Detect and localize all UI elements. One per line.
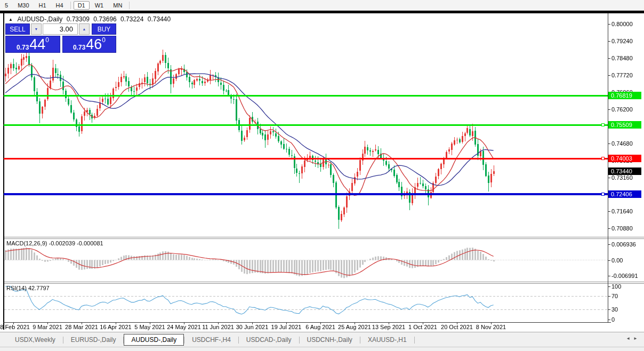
date-label: 13 Sep 2021 [372, 324, 405, 330]
open-value: 0.73309 [67, 15, 90, 23]
buy-price-box[interactable]: 0.73 46 0 [62, 36, 116, 53]
date-label: 25 Aug 2021 [338, 324, 371, 330]
date-label: 16 Apr 2021 [100, 324, 131, 330]
tab-separator [414, 337, 415, 344]
macd-axis-label: 0.006936 [611, 241, 636, 248]
date-label: 24 May 2021 [167, 324, 201, 330]
sell-price-prefix: 0.73 [17, 44, 29, 51]
buy-price-point: 0 [102, 37, 106, 43]
chart-tab-xauusd-[interactable]: XAUUSD-,H1 [360, 334, 414, 346]
low-value: 0.73224 [120, 15, 143, 23]
date-label: 18 Feb 2021 [0, 324, 30, 330]
price-badge: 0.72406 [608, 190, 641, 198]
date-label: 30 Jun 2021 [236, 324, 269, 330]
volume-input[interactable]: 3.00 [43, 23, 78, 35]
price-tick: 0.78480 [611, 55, 633, 61]
sell-button[interactable]: SELL [5, 23, 30, 35]
price-tick: 0.77720 [611, 72, 633, 78]
close-value: 0.73440 [148, 15, 171, 23]
rsi-axis-label: 70 [611, 293, 618, 299]
timeframe-button-h1[interactable]: H1 [35, 1, 51, 10]
volume-increase-button[interactable]: ▲ [79, 23, 90, 35]
timeframe-button-5[interactable]: 5 [1, 1, 12, 10]
buy-price-prefix: 0.73 [73, 44, 85, 51]
date-label: 28 Mar 2021 [65, 324, 98, 330]
rsi-axis-label: 100 [611, 283, 621, 290]
mt4-window: 5M30H1H4D1W1MN ▲ AUDUSD-,Daily 0.73309 0… [0, 0, 644, 351]
symbol-label: AUDUSD-,Daily [18, 15, 63, 23]
price-tick: 0.79240 [611, 38, 633, 44]
price-tick: 0.73160 [611, 174, 633, 181]
price-tick: 0.70880 [611, 225, 633, 232]
timeframe-button-m30[interactable]: M30 [13, 1, 33, 10]
sell-price-box[interactable]: 0.73 44 0 [5, 36, 60, 53]
date-label: 8 Nov 2021 [476, 324, 506, 330]
sell-price-point: 0 [45, 37, 49, 43]
macd-axis-label: 0.00 [611, 257, 623, 264]
date-label: 5 May 2021 [134, 324, 165, 330]
chart-tab-usdcnh-[interactable]: USDCNH-,Daily [300, 334, 360, 346]
timeframe-button-d1[interactable]: D1 [74, 1, 90, 10]
buy-button[interactable]: BUY [92, 23, 116, 35]
date-label: 20 Oct 2021 [441, 324, 473, 330]
symbol-ohlc-header: ▲ AUDUSD-,Daily 0.73309 0.73696 0.73224 … [9, 15, 173, 23]
rsi-axis-label: 0 [611, 316, 615, 323]
rsi-indicator-label: RSI(14) 42.7797 [6, 285, 50, 291]
toolbar-separator [70, 2, 71, 9]
date-label: 1 Oct 2021 [408, 324, 437, 330]
chart-tab-audusd-[interactable]: AUDUSD-,Daily [124, 334, 184, 346]
price-tick: 0.76200 [611, 106, 633, 113]
chart-canvas[interactable] [0, 13, 644, 330]
timeframe-button-w1[interactable]: W1 [91, 1, 108, 10]
sell-price-pips: 44 [29, 38, 45, 51]
chart-tab-usdx[interactable]: USDX,Weekly [7, 334, 63, 346]
one-click-trading-panel: SELL ▼ 3.00 ▲ BUY 0.73 44 0 0.73 46 0 [5, 23, 117, 53]
price-tick: 0.74680 [611, 140, 633, 147]
price-badge: 0.74003 [608, 155, 641, 162]
status-bar [0, 347, 644, 351]
date-label: 6 Aug 2021 [305, 324, 335, 330]
chart-tab-usdcad-[interactable]: USDCAD-,Daily [239, 334, 299, 346]
price-badge: 0.73440 [608, 167, 641, 175]
volume-decrease-button[interactable]: ▼ [31, 23, 42, 35]
macd-values: -0.002039 -0.000081 [49, 240, 103, 246]
macd-indicator-label: MACD(12,26,9) -0.002039 -0.000081 [6, 240, 103, 246]
date-label: 11 Jun 2021 [202, 324, 234, 330]
timeframe-button-mn[interactable]: MN [109, 1, 126, 10]
buy-price-pips: 46 [86, 38, 102, 51]
tab-scroll-right-icon[interactable]: ► [633, 336, 641, 341]
tab-scroll-left-icon[interactable]: ◄ [626, 336, 633, 341]
collapse-panel-icon[interactable]: ▲ [9, 17, 13, 22]
date-label: 19 Jul 2021 [271, 324, 302, 330]
chart-tab-eurusd-[interactable]: EURUSD-,Daily [63, 334, 124, 346]
toolbar-separator [129, 2, 130, 9]
price-tick: 0.80000 [611, 21, 633, 27]
date-label: 9 Mar 2021 [33, 324, 62, 330]
timeframe-button-h4[interactable]: H4 [52, 1, 68, 10]
price-tick: 0.71640 [611, 208, 633, 214]
rsi-value: 42.7797 [28, 285, 50, 291]
macd-axis-label: -0.006991 [611, 273, 638, 279]
chart-tab-bar: USDX,WeeklyEURUSD-,DailyAUDUSD-,DailyUSD… [0, 332, 644, 347]
price-badge: 0.76819 [608, 92, 641, 99]
high-value: 0.73696 [93, 15, 116, 23]
price-badge: 0.75509 [608, 121, 641, 129]
tab-scroll-nav: ◄► [626, 336, 641, 341]
rsi-axis-label: 30 [611, 306, 618, 313]
chart-tab-usdchf-[interactable]: USDCHF-,H4 [184, 334, 238, 346]
timeframe-toolbar: 5M30H1H4D1W1MN [0, 0, 644, 11]
